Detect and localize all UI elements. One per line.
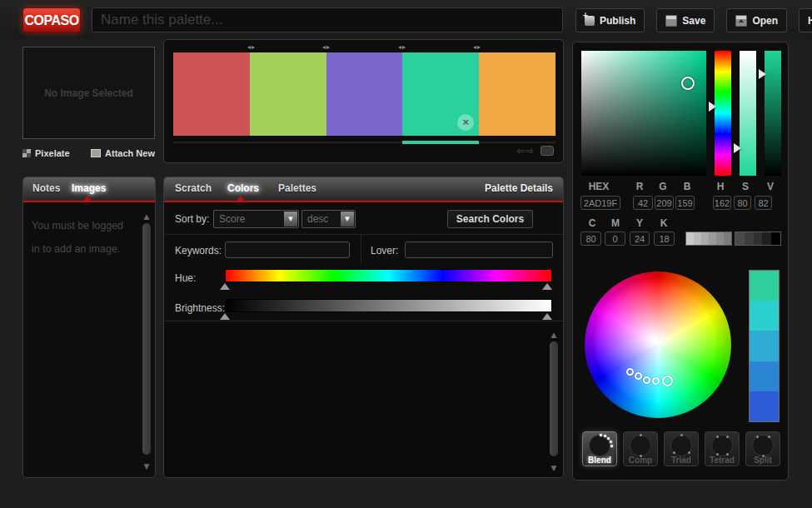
scroll-down-icon[interactable]: ▼ — [549, 464, 559, 472]
wheel-marker[interactable] — [626, 368, 634, 376]
gray-step[interactable] — [754, 232, 763, 245]
wheel-marker[interactable] — [643, 376, 650, 384]
r-field[interactable]: 42 — [633, 196, 653, 210]
pixelate-button[interactable]: Pixelate — [22, 148, 70, 158]
comp-button[interactable]: Comp — [623, 431, 658, 466]
gray-step[interactable] — [724, 232, 731, 245]
c-field[interactable]: 80 — [580, 232, 601, 246]
blend-color-swatch[interactable] — [750, 391, 779, 421]
swatch-resize-handle[interactable]: ◂▸ — [247, 43, 256, 51]
tab-images[interactable]: Images — [72, 182, 106, 194]
gray-step[interactable] — [735, 232, 745, 245]
palette-swatch-selected[interactable]: × — [402, 52, 479, 136]
palette-name-input[interactable] — [92, 7, 563, 32]
saturation-bar-handle[interactable] — [734, 143, 741, 153]
dropdown-arrow-icon[interactable]: ▼ — [341, 212, 354, 227]
swatch-resize-handle[interactable]: ◂▸ — [473, 43, 481, 51]
swatch-resize-handle[interactable]: ◂▸ — [398, 43, 406, 51]
scroll-thumb[interactable] — [142, 223, 151, 455]
search-colors-button[interactable]: Search Colors — [447, 210, 533, 228]
lover-input[interactable] — [405, 242, 553, 258]
split-button[interactable]: Split — [745, 431, 780, 466]
gray-step[interactable] — [745, 232, 754, 245]
palette-swatch[interactable] — [326, 52, 403, 136]
wheel-marker-active[interactable] — [662, 376, 673, 386]
pixelate-label: Pixelate — [35, 148, 70, 158]
move-swatch-arrows-icon[interactable]: ⇦⇨ — [516, 145, 535, 157]
color-wheel[interactable] — [585, 271, 731, 418]
tab-palettes[interactable]: Palettes — [278, 182, 316, 194]
value-bar[interactable] — [765, 51, 781, 176]
sort-field-select[interactable]: Score ▼ — [213, 210, 299, 228]
tetrad-button[interactable]: Tetrad — [705, 431, 740, 466]
hue-bar-handle[interactable] — [709, 102, 716, 112]
palette-swatch[interactable] — [479, 52, 555, 136]
wheel-marker[interactable] — [635, 372, 642, 380]
brightness-range-slider[interactable] — [225, 299, 552, 312]
saturation-bar[interactable] — [740, 51, 756, 176]
tab-scratch[interactable]: Scratch — [175, 182, 212, 194]
hue-max-handle[interactable] — [542, 283, 552, 290]
gray-step[interactable] — [694, 232, 701, 245]
wheel-marker[interactable] — [652, 377, 660, 385]
g-label: G — [659, 181, 666, 192]
triad-button[interactable]: Triad — [664, 431, 699, 466]
left-tab-bar: Notes Images — [23, 177, 155, 202]
gray-step[interactable] — [716, 232, 724, 245]
v-field[interactable]: 82 — [755, 196, 772, 210]
gray-step[interactable] — [701, 232, 709, 245]
brightness-max-handle[interactable] — [542, 313, 552, 320]
gray-step[interactable] — [762, 232, 771, 245]
s-field[interactable]: 80 — [734, 196, 751, 210]
save-button[interactable]: Save — [656, 8, 715, 32]
swatch-resize-handle[interactable]: ◂▸ — [322, 43, 331, 51]
value-bar-handle[interactable] — [759, 69, 766, 79]
blend-color-swatch[interactable] — [750, 271, 779, 301]
scroll-up-icon[interactable]: ▲ — [142, 212, 152, 221]
gray-step[interactable] — [771, 232, 780, 245]
gray-shade-strip[interactable] — [735, 232, 781, 246]
hue-bar[interactable] — [715, 51, 731, 176]
blend-button[interactable]: Blend — [582, 431, 617, 466]
saturation-value-square[interactable] — [581, 51, 706, 176]
brightness-min-handle[interactable] — [220, 313, 230, 320]
gray-step[interactable] — [686, 232, 694, 245]
hue-min-handle[interactable] — [220, 283, 230, 290]
k-field[interactable]: 18 — [654, 232, 675, 246]
palette-swatch[interactable] — [173, 52, 250, 136]
tools-panel: Scratch Colors Palettes Palette Details … — [163, 177, 564, 478]
active-tab-pointer — [83, 196, 92, 201]
m-field[interactable]: 0 — [605, 232, 625, 246]
gray-tint-strip[interactable] — [685, 232, 732, 246]
g-field[interactable]: 209 — [655, 196, 674, 210]
sort-order-select[interactable]: desc ▼ — [301, 210, 356, 228]
palette-details-toggle[interactable]: Palette Details — [485, 182, 553, 194]
gray-step[interactable] — [709, 232, 716, 245]
images-scrollbar[interactable]: ▲ ▼ — [142, 212, 152, 471]
blend-color-swatch[interactable] — [750, 361, 779, 391]
keywords-input[interactable] — [225, 242, 350, 258]
blend-color-swatch[interactable] — [750, 301, 779, 331]
open-button[interactable]: Open — [726, 8, 787, 32]
delete-swatch-button[interactable]: × — [457, 114, 474, 131]
palette-view-toggle[interactable] — [541, 146, 554, 156]
tab-colors[interactable]: Colors — [227, 182, 259, 194]
publish-button[interactable]: Publish — [575, 8, 645, 32]
hue-range-slider[interactable] — [225, 269, 552, 282]
results-scrollbar[interactable]: ▲ ▼ — [549, 331, 559, 472]
y-field[interactable]: 24 — [630, 232, 650, 246]
hex-field[interactable]: 2AD19F — [580, 196, 620, 210]
palette-swatch[interactable] — [250, 52, 326, 136]
scroll-thumb[interactable] — [550, 341, 558, 456]
dropdown-arrow-icon[interactable]: ▼ — [284, 212, 297, 227]
tab-notes[interactable]: Notes — [32, 182, 60, 194]
blend-icon — [589, 435, 610, 456]
b-field[interactable]: 159 — [675, 196, 695, 210]
help-button[interactable]: Help — [799, 8, 812, 32]
scroll-up-icon[interactable]: ▲ — [549, 331, 559, 339]
attach-new-button[interactable]: Attach New — [91, 148, 155, 158]
h-field[interactable]: 162 — [713, 196, 731, 210]
blend-color-swatch[interactable] — [750, 331, 779, 361]
sv-cursor[interactable] — [681, 77, 695, 90]
scroll-down-icon[interactable]: ▼ — [142, 462, 152, 471]
